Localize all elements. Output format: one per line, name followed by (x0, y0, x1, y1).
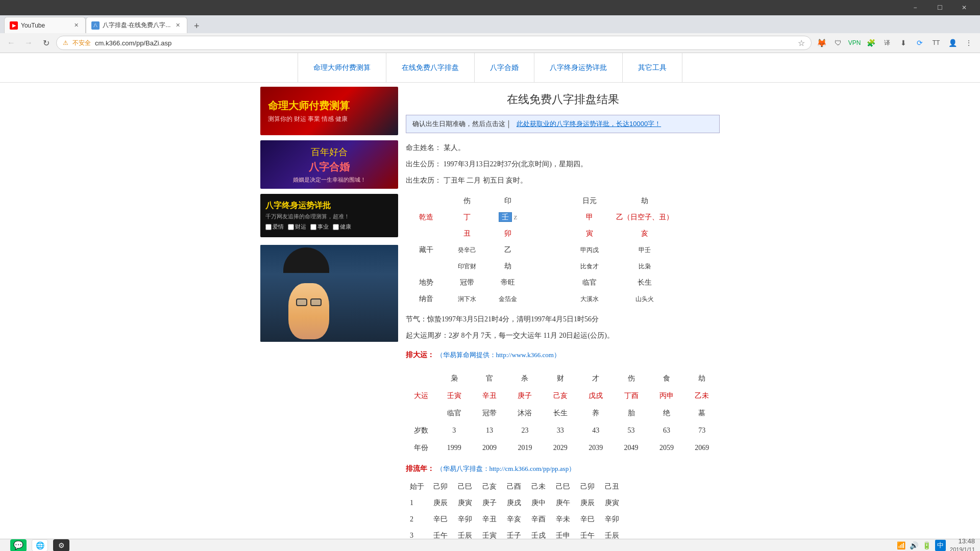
ad3-check-wealth[interactable]: 财运 (288, 223, 306, 231)
liunian-r2-7: 辛巳 (575, 511, 600, 528)
new-tab-button[interactable]: + (189, 19, 204, 33)
shield-icon[interactable]: 🛡 (831, 36, 845, 50)
liunian-r2-num: 2 (406, 511, 428, 528)
nianfen-3: 2019 (507, 439, 543, 457)
bazi-tg2-box: 壬 (499, 212, 512, 222)
site-nav-item-1[interactable]: 命理大师付费测算 (298, 53, 386, 83)
dayun-v2: 辛丑 (472, 387, 507, 405)
nav-right-icons: 🦊 🛡 VPN 🧩 译 ⬇ ⟳ TT 👤 ⋮ (815, 36, 976, 50)
ad2-tagline: 婚姻是决定一生幸福的围城！ (293, 176, 366, 184)
status-bar: 💬 🌐 ⚙ 📶 🔊 🔋 中 13:48 2019/1/11 (0, 539, 980, 551)
ad-banner-1[interactable]: 命理大师付费测算 测算你的 财运 事業 情感 健康 (260, 87, 398, 135)
site-nav-item-5[interactable]: 其它工具 (623, 53, 682, 83)
minimize-button[interactable]: − (903, 0, 927, 15)
shishen-row: 印官财 劫 比食才 比枭 (406, 258, 679, 274)
time-display: 13:48 (950, 537, 975, 546)
bazi-header-row: 伤 印 日元 劫 (406, 193, 679, 209)
confirm-link[interactable]: 此处获取业的八字终身运势详批，长达10000字！ (517, 119, 661, 129)
confirm-cursor: ▏ (508, 120, 513, 128)
ad3-check-health[interactable]: 健康 (333, 223, 351, 231)
sidebar: 命理大师付费测算 测算你的 财运 事業 情感 健康 百年好合 八字合婚 婚姻是决… (260, 87, 398, 539)
bazi-h1: 伤 (447, 193, 487, 209)
forward-button[interactable]: → (21, 36, 36, 50)
address-bar[interactable]: ⚠ 不安全 cm.k366.com/pp/BaZi.asp ☆ (56, 36, 812, 50)
liunian-r1-3: 庚子 (477, 495, 502, 511)
system-tray: 📶 🔊 🔋 中 13:48 2019/1/11 (897, 537, 975, 551)
site-nav-item-3[interactable]: 八字合婚 (475, 53, 534, 83)
liunian-r3-7: 壬午 (575, 528, 600, 539)
ad-banner-2[interactable]: 百年好合 八字合婚 婚姻是决定一生幸福的围城！ (260, 140, 398, 189)
tab-bazi[interactable]: 八 八字排盘·在线免费八字... ✕ (86, 17, 187, 33)
back-button[interactable]: ← (4, 36, 18, 50)
vpn-icon[interactable]: VPN (847, 36, 862, 50)
tab-youtube[interactable]: ▶ YouTube ✕ (4, 17, 86, 33)
dayun-h2: 官 (472, 370, 507, 387)
canggan-row: 藏干 癸辛己 乙 甲丙戊 甲壬 (406, 242, 679, 258)
settings-icon[interactable]: ⚙ (53, 539, 69, 552)
translate-icon[interactable]: 译 (880, 36, 894, 50)
menu-icon[interactable]: ⋮ (962, 36, 976, 50)
user-icon[interactable]: 👤 (945, 36, 960, 50)
chrome-icon[interactable]: 🌐 (32, 539, 48, 552)
dayun-table: 枭 官 杀 财 才 伤 食 劫 大运 壬寅 (406, 370, 720, 457)
ad3-check-love[interactable]: 爱情 (265, 223, 284, 231)
dayun-h1: 枭 (436, 370, 472, 387)
bazi-dz5: 亥 (610, 226, 679, 242)
webcam-glasses-left (296, 298, 307, 306)
bazi-favicon: 八 (91, 21, 100, 30)
tab-youtube-close[interactable]: ✕ (72, 21, 80, 30)
tab-bazi-close[interactable]: ✕ (174, 21, 182, 30)
dayun-header-row: 枭 官 杀 财 才 伤 食 劫 (406, 370, 720, 387)
close-button[interactable]: ✕ (952, 0, 976, 15)
ad-banner-3[interactable]: 八字终身运势详批 千万网友追捧的命理测算，超准！ 爱情 财运 事业 健康 (260, 194, 398, 237)
suishu-3: 23 (507, 422, 543, 439)
dayun-h4: 财 (543, 370, 578, 387)
nianfen-7: 2059 (649, 439, 684, 457)
bookmark-icon[interactable]: ☆ (798, 38, 805, 48)
tiktok-icon[interactable]: TT (929, 36, 943, 50)
liunian-label: 排流年： (406, 465, 434, 472)
solar-date: 出生公历： 1997年3月13日22时37分(北京时间)，星期四。 (406, 157, 720, 171)
ad3-check-career[interactable]: 事业 (310, 223, 329, 231)
liunian-section: 排流年： （华易八字排盘：http://cm.k366.com/pp/pp.as… (406, 462, 720, 539)
shishen-4: 比食才 (569, 258, 610, 274)
paida-label: 排大运： (406, 351, 434, 359)
site-nav-item-4[interactable]: 八字终身运势详批 (534, 53, 623, 83)
bazi-table: 伤 印 日元 劫 乾造 丁 壬 Z (406, 193, 720, 307)
liunian-r2-5: 辛酉 (526, 511, 551, 528)
puzzle-icon[interactable]: 🧩 (864, 36, 878, 50)
liunian-r1-6: 庚午 (551, 495, 575, 511)
paida-section: 排大运： （华易算命网提供：http://www.k366.com） (406, 348, 720, 362)
confirm-text: 确认出生日期准确，然后点击这 (412, 119, 505, 129)
wechat-icon[interactable]: 💬 (10, 539, 27, 552)
site-nav-item-2[interactable]: 在线免费八字排盘 (386, 53, 475, 83)
dayun-status-row: 临官 冠带 沐浴 长生 养 胎 绝 墓 (406, 405, 720, 422)
nayin-row: 纳音 涧下水 金箔金 大溪水 山头火 (406, 291, 679, 307)
dayun-h5: 才 (578, 370, 614, 387)
ad1-sub: 测算你的 财运 事業 情感 健康 (268, 115, 348, 123)
bazi-z-label: Z (513, 214, 517, 220)
liunian-link[interactable]: （华易八字排盘：http://cm.k366.com/pp/pp.asp） (436, 465, 576, 472)
maximize-button[interactable]: ☐ (928, 0, 951, 15)
liunian-r1-1: 庚辰 (428, 495, 453, 511)
dayun-s3: 沐浴 (507, 405, 543, 422)
nianfen-6: 2049 (614, 439, 649, 457)
volume-icon: 🔊 (910, 541, 918, 549)
liunian-r2-8: 辛卯 (600, 511, 624, 528)
suishu-6: 53 (614, 422, 649, 439)
sync-icon[interactable]: ⟳ (913, 36, 927, 50)
paida-link[interactable]: （华易算命网提供：http://www.k366.com） (436, 351, 560, 359)
person-name: 命主姓名： 某人。 (406, 141, 720, 155)
dishe-5: 长生 (610, 274, 679, 291)
webcam-person (260, 245, 398, 342)
download-icon[interactable]: ⬇ (896, 36, 911, 50)
dayun-v7: 丙申 (649, 387, 684, 405)
name-label: 命主姓名： (406, 144, 442, 152)
shizhu-2: 己巳 (453, 479, 477, 495)
extensions-icon[interactable]: 🦊 (815, 36, 829, 50)
lang-indicator[interactable]: 中 (935, 540, 946, 551)
liunian-r1-2: 庚寅 (453, 495, 477, 511)
reload-button[interactable]: ↻ (39, 36, 53, 50)
liunian-r1-5: 庚中 (526, 495, 551, 511)
shizhu-4: 己酉 (502, 479, 526, 495)
